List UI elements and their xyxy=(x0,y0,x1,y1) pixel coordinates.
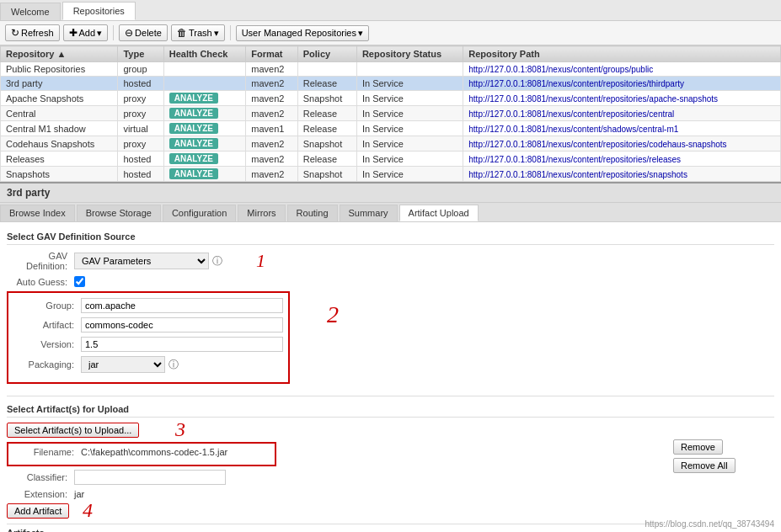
table-cell-0: Central M1 shadow xyxy=(1,121,118,136)
panel-tab-summary[interactable]: Summary xyxy=(340,205,398,221)
table-row[interactable]: 3rd partyhostedmaven2ReleaseIn Serviceht… xyxy=(1,77,781,91)
auto-guess-checkbox[interactable] xyxy=(74,276,85,287)
panel-content: Select GAV Definition Source GAV Definit… xyxy=(0,222,781,532)
table-row[interactable]: Apache SnapshotsproxyANALYZEmaven2Snapsh… xyxy=(1,91,781,106)
upload-section: Select Artifact(s) for Upload Select Art… xyxy=(7,396,774,532)
group-input[interactable] xyxy=(81,298,283,313)
remove-button[interactable]: Remove xyxy=(673,439,723,455)
table-cell-2: ANALYZE xyxy=(163,121,246,136)
analyze-button[interactable]: ANALYZE xyxy=(169,153,218,164)
gav-definition-row: GAV Definition: GAV Parameters ⓘ 1 xyxy=(7,250,774,272)
add-chevron-icon: ▾ xyxy=(97,28,102,39)
analyze-button[interactable]: ANALYZE xyxy=(169,108,218,119)
watermark: https://blog.csdn.net/qq_38743494 xyxy=(645,519,774,529)
table-cell-5: In Service xyxy=(356,136,463,152)
repo-path-link[interactable]: http://127.0.0.1:8081/nexus/content/repo… xyxy=(468,140,726,149)
panel-tab-artifact-upload[interactable]: Artifact Upload xyxy=(399,205,479,221)
table-cell-6: http://127.0.0.1:8081/nexus/content/repo… xyxy=(463,91,781,106)
table-cell-3: maven2 xyxy=(246,167,298,182)
tab-repositories[interactable]: Repositories xyxy=(62,2,136,20)
table-cell-1: proxy xyxy=(118,91,163,106)
bottom-panel: 3rd party Browse IndexBrowse StorageConf… xyxy=(0,182,781,532)
packaging-select[interactable]: jar xyxy=(81,356,165,373)
table-cell-1: hosted xyxy=(118,152,163,167)
classifier-input[interactable] xyxy=(74,470,226,485)
panel-tab-browse-storage[interactable]: Browse Storage xyxy=(77,205,161,221)
table-cell-2: ANALYZE xyxy=(163,167,246,182)
version-input[interactable] xyxy=(81,337,283,352)
table-cell-2 xyxy=(163,62,246,77)
table-header-row: Repository ▲ Type Health Check Format Po… xyxy=(1,46,781,62)
table-cell-4: Snapshot xyxy=(297,167,356,182)
add-artifact-button[interactable]: Add Artifact xyxy=(7,503,69,519)
table-row[interactable]: SnapshotshostedANALYZEmaven2SnapshotIn S… xyxy=(1,167,781,182)
table-cell-4: Release xyxy=(297,106,356,121)
repo-path-link[interactable]: http://127.0.0.1:8081/nexus/content/repo… xyxy=(468,109,674,119)
table-row[interactable]: Central M1 shadowvirtualANALYZEmaven1Rel… xyxy=(1,121,781,136)
artifact-row: Artifact: xyxy=(13,317,283,332)
auto-guess-row: Auto Guess: xyxy=(7,276,774,287)
panel-tab-routing[interactable]: Routing xyxy=(287,205,338,221)
version-row: Version: xyxy=(13,337,283,352)
table-cell-2: ANALYZE xyxy=(163,106,246,121)
analyze-button[interactable]: ANALYZE xyxy=(169,138,218,149)
repo-path-link[interactable]: http://127.0.0.1:8081/nexus/content/repo… xyxy=(468,79,684,88)
upload-right-col: Remove Remove All xyxy=(673,423,774,532)
filename-label: Filename: xyxy=(13,447,81,457)
table-cell-6: http://127.0.0.1:8081/nexus/content/repo… xyxy=(463,106,781,121)
analyze-button[interactable]: ANALYZE xyxy=(169,93,218,104)
repo-path-link[interactable]: http://127.0.0.1:8081/nexus/content/repo… xyxy=(468,155,681,164)
table-cell-6: http://127.0.0.1:8081/nexus/content/repo… xyxy=(463,77,781,91)
table-row[interactable]: Codehaus SnapshotsproxyANALYZEmaven2Snap… xyxy=(1,136,781,152)
delete-icon: ⊖ xyxy=(125,27,133,39)
table-cell-4 xyxy=(297,62,356,77)
table-row[interactable]: CentralproxyANALYZEmaven2ReleaseIn Servi… xyxy=(1,106,781,121)
remove-all-button[interactable]: Remove All xyxy=(673,458,736,473)
table-cell-3: maven2 xyxy=(246,91,298,106)
table-cell-4: Release xyxy=(297,77,356,91)
table-cell-1: virtual xyxy=(118,121,163,136)
table-cell-1: group xyxy=(118,62,163,77)
tab-welcome[interactable]: Welcome xyxy=(0,3,61,20)
table-cell-4: Snapshot xyxy=(297,91,356,106)
table-cell-0: 3rd party xyxy=(1,77,118,91)
select-artifacts-button[interactable]: Select Artifact(s) to Upload... xyxy=(7,423,139,438)
col-header-format: Format xyxy=(246,46,298,62)
repo-path-link[interactable]: http://127.0.0.1:8081/nexus/content/repo… xyxy=(468,94,718,104)
table-cell-4: Snapshot xyxy=(297,136,356,152)
delete-button[interactable]: ⊖ Delete xyxy=(119,24,168,41)
table-row[interactable]: ReleaseshostedANALYZEmaven2ReleaseIn Ser… xyxy=(1,152,781,167)
analyze-button[interactable]: ANALYZE xyxy=(169,168,218,179)
gav-definition-select[interactable]: GAV Parameters xyxy=(74,253,209,269)
analyze-button[interactable]: ANALYZE xyxy=(169,123,218,134)
annotation-3: 3 xyxy=(175,418,185,441)
repo-path-link[interactable]: http://127.0.0.1:8081/nexus/content/shad… xyxy=(468,125,678,134)
panel-tab-browse-index[interactable]: Browse Index xyxy=(0,205,75,221)
artifacts-title: Artifacts xyxy=(7,528,665,532)
artifact-input[interactable] xyxy=(81,317,283,332)
table-cell-4: Release xyxy=(297,121,356,136)
panel-tab-configuration[interactable]: Configuration xyxy=(163,205,236,221)
panel-tab-mirrors[interactable]: Mirrors xyxy=(238,205,285,221)
table-cell-6: http://127.0.0.1:8081/nexus/content/repo… xyxy=(463,136,781,152)
table-cell-5: In Service xyxy=(356,121,463,136)
table-row[interactable]: Public Repositoriesgroupmaven2http://127… xyxy=(1,62,781,77)
select-btn-row: Select Artifact(s) to Upload... 3 xyxy=(7,423,665,438)
table-cell-5: In Service xyxy=(356,167,463,182)
user-managed-button[interactable]: User Managed Repositories ▾ xyxy=(236,25,369,41)
repo-path-link[interactable]: http://127.0.0.1:8081/nexus/content/repo… xyxy=(468,170,687,179)
col-header-policy: Policy xyxy=(297,46,356,62)
gav-section-title: Select GAV Definition Source xyxy=(7,229,774,245)
table-cell-0: Apache Snapshots xyxy=(1,91,118,106)
filename-value: C:\fakepath\commons-codec-1.5.jar xyxy=(81,447,227,457)
refresh-icon: ↻ xyxy=(11,27,19,39)
trash-button[interactable]: 🗑 Trash ▾ xyxy=(171,24,225,41)
extension-row: Extension: jar xyxy=(7,489,665,499)
repo-path-link[interactable]: http://127.0.0.1:8081/nexus/content/grou… xyxy=(468,65,653,74)
filename-box: Filename: C:\fakepath\commons-codec-1.5.… xyxy=(7,442,276,466)
table-cell-0: Codehaus Snapshots xyxy=(1,136,118,152)
add-button[interactable]: ✚ Add ▾ xyxy=(63,24,109,41)
table-cell-0: Releases xyxy=(1,152,118,167)
add-artifact-row: Add Artifact 4 xyxy=(7,503,665,519)
refresh-button[interactable]: ↻ Refresh xyxy=(5,24,60,41)
